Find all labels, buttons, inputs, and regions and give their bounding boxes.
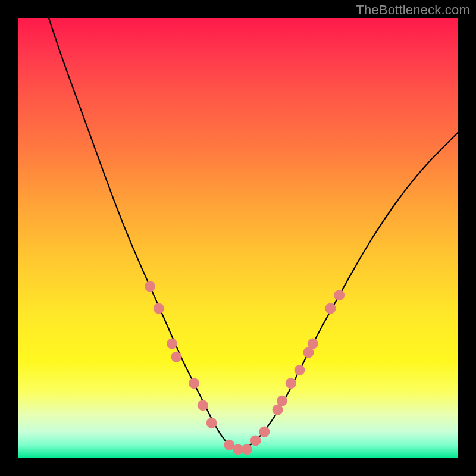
data-marker: [259, 427, 270, 437]
data-marker: [242, 444, 252, 455]
data-marker: [198, 400, 208, 411]
data-marker: [250, 435, 261, 446]
data-marker: [295, 365, 305, 375]
bottleneck-curve-line: [49, 18, 458, 449]
data-markers: [145, 281, 345, 455]
data-marker: [189, 378, 199, 389]
data-marker: [145, 281, 155, 292]
watermark-text: TheBottleneck.com: [356, 2, 470, 18]
data-marker: [154, 303, 164, 314]
data-marker: [277, 396, 287, 406]
data-marker: [286, 378, 296, 389]
data-marker: [206, 418, 217, 428]
data-marker: [171, 352, 181, 362]
bottleneck-chart: [18, 18, 458, 458]
data-marker: [308, 339, 318, 349]
data-marker: [325, 303, 336, 314]
data-marker: [334, 290, 345, 300]
data-marker: [167, 339, 177, 349]
